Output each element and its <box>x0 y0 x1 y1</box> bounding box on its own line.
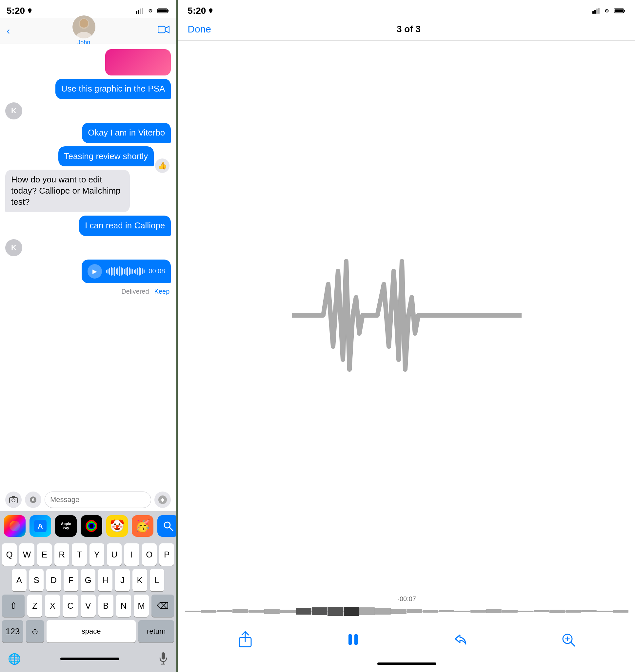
pause-icon <box>346 631 360 648</box>
app-picker-icon: A <box>29 496 37 504</box>
audio-waveform-large <box>292 250 522 381</box>
app-search[interactable] <box>157 515 176 537</box>
message-bubble-sent: Use this graphic in the PSA <box>56 79 171 99</box>
left-panel: 5:20 ‹ <box>0 0 176 672</box>
key-v[interactable]: V <box>81 594 96 617</box>
scrubber-track[interactable]: // Will be rendered as inline bars <box>185 605 629 618</box>
app-memoji[interactable]: 🤡 <box>106 515 128 537</box>
key-m[interactable]: M <box>134 594 149 617</box>
key-shift[interactable]: ⇧ <box>2 594 25 617</box>
scrubber-time: -00:07 <box>397 595 416 603</box>
done-button[interactable]: Done <box>188 24 211 35</box>
keyboard: Q W E R T Y U I O P A S D F G H J K L ⇧ <box>0 541 176 646</box>
svg-rect-19 <box>163 499 164 501</box>
keep-button[interactable]: Keep <box>154 288 170 295</box>
key-c[interactable]: C <box>63 594 78 617</box>
svg-rect-36 <box>596 8 598 14</box>
signal-icon-left <box>136 8 144 14</box>
video-call-button[interactable] <box>158 25 170 37</box>
key-l[interactable]: L <box>150 569 165 591</box>
key-u[interactable]: U <box>107 543 122 566</box>
nav-bar-right: Done 3 of 3 <box>178 18 635 41</box>
key-j[interactable]: J <box>115 569 130 591</box>
audio-waveform <box>106 266 145 277</box>
location-icon-right <box>208 8 214 14</box>
key-space[interactable]: space <box>47 620 136 643</box>
key-a[interactable]: A <box>12 569 26 591</box>
globe-button[interactable]: 🌐 <box>8 653 21 665</box>
camera-button[interactable] <box>5 491 22 508</box>
contact-info[interactable]: John <box>72 16 95 46</box>
delivered-row: Delivered Keep <box>5 288 171 295</box>
key-123[interactable]: 123 <box>2 620 23 643</box>
svg-text:A: A <box>38 522 43 530</box>
thumbs-up-reaction: 👍 <box>155 159 170 173</box>
key-o[interactable]: O <box>142 543 157 566</box>
key-e[interactable]: E <box>37 543 52 566</box>
app-picker-button[interactable]: A <box>25 491 41 508</box>
avatar-k2: K <box>5 239 22 256</box>
audio-play-button[interactable]: ▶ <box>88 264 102 278</box>
app-activity[interactable] <box>81 515 102 537</box>
pause-button[interactable] <box>346 631 360 648</box>
message-bubble-calliope: I can read in Calliope <box>79 215 171 236</box>
time-right: 5:20 <box>188 5 214 16</box>
app-applepay[interactable]: ApplePay <box>55 515 77 537</box>
microphone-icon <box>158 652 168 665</box>
app-memoji2[interactable]: 🥳 <box>132 515 153 537</box>
keyboard-bottom: 🌐 <box>0 646 176 672</box>
time-left: 5:20 <box>6 5 33 16</box>
zoom-icon <box>561 632 575 647</box>
key-p[interactable]: P <box>159 543 174 566</box>
audio-message-bubble[interactable]: ▶ 00:08 <box>82 259 171 283</box>
message-bubble-edit: How do you want to edit today? Calliope … <box>5 170 130 212</box>
svg-line-28 <box>170 527 173 530</box>
key-i[interactable]: I <box>124 543 139 566</box>
page-indicator: 3 of 3 <box>397 24 421 35</box>
app-photos[interactable] <box>4 515 26 537</box>
key-s[interactable]: S <box>29 569 44 591</box>
audio-record-button[interactable] <box>154 491 171 508</box>
zoom-button[interactable] <box>561 632 575 647</box>
key-x[interactable]: X <box>45 594 60 617</box>
svg-point-26 <box>89 523 94 529</box>
image-message[interactable] <box>105 49 171 76</box>
message-input[interactable] <box>45 491 151 508</box>
key-w[interactable]: W <box>19 543 34 566</box>
key-y[interactable]: Y <box>89 543 104 566</box>
audio-duration: 00:08 <box>149 268 165 275</box>
key-b[interactable]: B <box>98 594 113 617</box>
scrubber-area[interactable]: -00:07 // Will be rendered as inline bar… <box>178 590 635 623</box>
home-indicator-left <box>21 657 158 660</box>
status-icons-left <box>136 8 170 14</box>
key-k[interactable]: K <box>132 569 147 591</box>
dictation-button[interactable] <box>158 652 168 666</box>
svg-point-8 <box>75 32 92 38</box>
reply-button[interactable] <box>453 632 468 647</box>
key-return[interactable]: return <box>138 620 174 643</box>
status-bar-left: 5:20 <box>0 0 176 18</box>
key-emoji[interactable]: ☺ <box>26 620 44 643</box>
key-h[interactable]: H <box>98 569 113 591</box>
svg-rect-2 <box>140 8 141 14</box>
location-icon-left <box>27 8 33 14</box>
messages-area: Use this graphic in the PSA K Okay I am … <box>0 44 176 488</box>
key-d[interactable]: D <box>46 569 61 591</box>
svg-rect-43 <box>349 634 352 645</box>
key-t[interactable]: T <box>72 543 87 566</box>
key-z[interactable]: Z <box>27 594 42 617</box>
battery-icon-right <box>613 8 626 14</box>
svg-rect-0 <box>136 11 137 14</box>
key-q[interactable]: Q <box>2 543 17 566</box>
app-appstore[interactable]: A <box>29 515 51 537</box>
back-button[interactable]: ‹ <box>6 25 10 37</box>
key-g[interactable]: G <box>81 569 95 591</box>
key-f[interactable]: F <box>64 569 78 591</box>
key-n[interactable]: N <box>116 594 131 617</box>
key-delete[interactable]: ⌫ <box>151 594 174 617</box>
share-button[interactable] <box>238 631 253 648</box>
input-area: A <box>0 488 176 511</box>
message-row-teasing: Teasing review shortly 👍 <box>5 146 171 167</box>
key-r[interactable]: R <box>54 543 69 566</box>
svg-rect-39 <box>624 10 625 12</box>
